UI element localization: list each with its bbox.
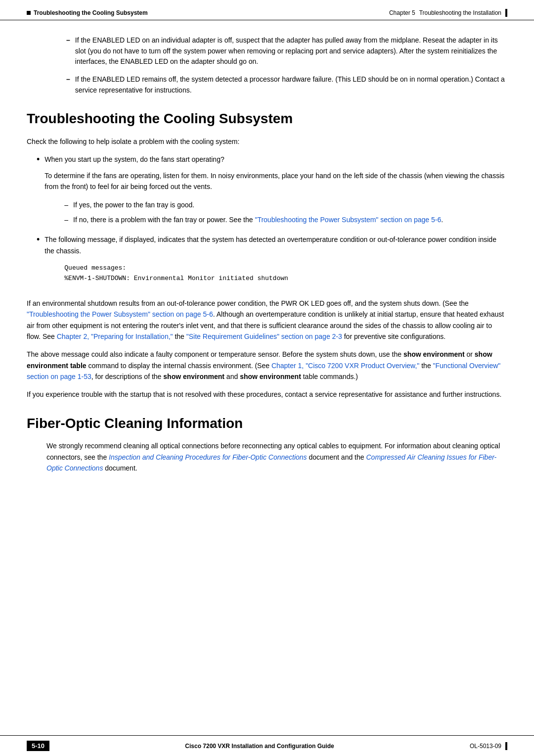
section1-bullet-2-content: The following message, if displayed, ind… bbox=[44, 234, 507, 290]
header-left: Troubleshooting the Cooling Subsystem bbox=[27, 9, 148, 16]
header-section-title: Troubleshooting the Cooling Subsystem bbox=[34, 9, 148, 16]
show-env-bold-3: show environment bbox=[240, 373, 301, 380]
top-bullet-2: – If the ENABLED LED remains off, the sy… bbox=[66, 74, 507, 95]
fiber-optic-link-1[interactable]: Inspection and Cleaning Procedures for F… bbox=[109, 453, 307, 461]
section1-bullet-1-text: When you start up the system, do the fan… bbox=[44, 155, 224, 163]
header-bar-icon bbox=[505, 9, 507, 17]
sub-dash-1: – bbox=[64, 199, 68, 210]
section2-title: Fiber-Optic Cleaning Information bbox=[27, 415, 507, 432]
section1-bullet-1-content: When you start up the system, do the fan… bbox=[44, 154, 507, 229]
sub-dash-2: – bbox=[64, 214, 68, 225]
section1-para2: If an environmental shutdown results fro… bbox=[27, 298, 507, 342]
top-bullet-1: – If the ENABLED LED on an individual ad… bbox=[66, 35, 507, 67]
code-line-1: Queued messages: bbox=[64, 263, 507, 274]
code-block: Queued messages: %ENVM-1-SHUTDOWN: Envir… bbox=[64, 263, 507, 284]
bullet-dot-2: • bbox=[37, 234, 40, 290]
site-req-link[interactable]: "Site Requirement Guidelines" section on… bbox=[186, 332, 342, 340]
power-subsystem-link-1[interactable]: "Troubleshooting the Power Subsystem" se… bbox=[255, 216, 441, 224]
footer-doc-number: OL-5013-09 bbox=[470, 743, 501, 750]
section1-bullet-2-text: The following message, if displayed, ind… bbox=[44, 236, 496, 254]
sub-bullet-1-text: If yes, the power to the fan tray is goo… bbox=[73, 199, 194, 210]
dash-symbol-2: – bbox=[66, 74, 70, 95]
footer-right: OL-5013-09 bbox=[470, 742, 507, 750]
show-env-bold-2: show environment bbox=[163, 373, 224, 380]
show-env-bold-1: show environment bbox=[403, 350, 465, 358]
section1-title: Troubleshooting the Cooling Subsystem bbox=[27, 110, 507, 127]
top-bullet-1-text: If the ENABLED LED on an individual adap… bbox=[75, 35, 507, 67]
sub-bullet-2: – If no, there is a problem with the fan… bbox=[64, 214, 507, 225]
header-chapter: Chapter 5 bbox=[389, 9, 415, 16]
footer-bar-icon bbox=[505, 742, 507, 750]
section1-bullet-list: • When you start up the system, do the f… bbox=[37, 154, 507, 290]
chapter1-link[interactable]: Chapter 1, "Cisco 7200 VXR Product Overv… bbox=[271, 362, 419, 370]
header-right: Chapter 5 Troubleshooting the Installati… bbox=[389, 9, 507, 17]
dash-symbol-1: – bbox=[66, 35, 70, 67]
section2-para1: We strongly recommend cleaning all optic… bbox=[46, 440, 507, 473]
section1-para4: If you experience trouble with the start… bbox=[27, 389, 507, 400]
section1-bullet-2: • The following message, if displayed, i… bbox=[37, 234, 507, 290]
square-icon bbox=[27, 11, 31, 15]
bullet-dot-1: • bbox=[37, 154, 40, 229]
sub-bullets: – If yes, the power to the fan tray is g… bbox=[64, 199, 507, 226]
footer-center: Cisco 7200 VXR Installation and Configur… bbox=[185, 743, 334, 750]
footer-left: 5-10 bbox=[27, 741, 49, 751]
page-container: Troubleshooting the Cooling Subsystem Ch… bbox=[0, 0, 534, 756]
sub-bullet-1: – If yes, the power to the fan tray is g… bbox=[64, 199, 507, 210]
page-footer: 5-10 Cisco 7200 VXR Installation and Con… bbox=[0, 735, 534, 756]
sub-bullet-2-text: If no, there is a problem with the fan t… bbox=[73, 214, 443, 225]
top-bullet-2-text: If the ENABLED LED remains off, the syst… bbox=[75, 74, 507, 95]
header-chapter-title: Troubleshooting the Installation bbox=[419, 9, 501, 16]
code-line-2: %ENVM-1-SHUTDOWN: Environmental Monitor … bbox=[64, 274, 507, 284]
power-subsystem-link-2[interactable]: "Troubleshooting the Power Subsystem" se… bbox=[27, 310, 213, 318]
top-bullets-section: – If the ENABLED LED on an individual ad… bbox=[66, 35, 507, 95]
section1-para1: To determine if the fans are operating, … bbox=[44, 170, 507, 192]
section1-para3: The above message could also indicate a … bbox=[27, 349, 507, 382]
section1-bullet-1: • When you start up the system, do the f… bbox=[37, 154, 507, 229]
content-area: – If the ENABLED LED on an individual ad… bbox=[0, 20, 534, 501]
page-number: 5-10 bbox=[27, 741, 49, 751]
chapter2-link[interactable]: Chapter 2, "Preparing for Installation," bbox=[57, 332, 173, 340]
section1-intro: Check the following to help isolate a pr… bbox=[27, 136, 507, 147]
page-header: Troubleshooting the Cooling Subsystem Ch… bbox=[0, 0, 534, 20]
